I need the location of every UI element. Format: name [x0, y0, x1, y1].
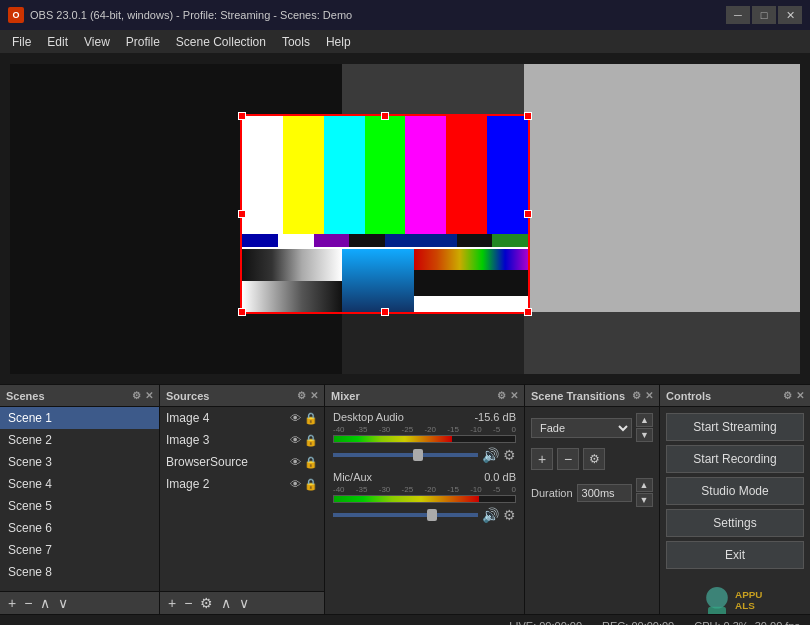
scene-item-5[interactable]: Scene 5 — [0, 495, 159, 517]
sources-down-button[interactable]: ∨ — [237, 595, 251, 611]
transition-add-remove-row: + − ⚙ — [531, 448, 653, 470]
transition-remove-button[interactable]: − — [557, 448, 579, 470]
transitions-config-icon[interactable]: ⚙ — [632, 390, 641, 401]
resize-handle-br[interactable] — [524, 308, 532, 316]
mixer-desktop-settings[interactable]: ⚙ — [503, 447, 516, 463]
mixer-desktop-mute[interactable]: 🔊 — [482, 447, 499, 463]
source-item-4[interactable]: Image 2👁🔒 — [160, 473, 324, 495]
settings-button[interactable]: Settings — [666, 509, 804, 537]
minimize-button[interactable]: ─ — [726, 6, 750, 24]
titlebar-title: OBS 23.0.1 (64-bit, windows) - Profile: … — [30, 9, 352, 21]
start-recording-button[interactable]: Start Recording — [666, 445, 804, 473]
controls-close-icon[interactable]: ✕ — [796, 390, 804, 401]
mixer-mic-bar[interactable] — [333, 495, 516, 503]
duration-spinner-down[interactable]: ▼ — [636, 493, 653, 507]
menu-item-scene-collection[interactable]: Scene Collection — [168, 33, 274, 51]
source-lock-icon-3[interactable]: 🔒 — [304, 456, 318, 469]
source-lock-icon-1[interactable]: 🔒 — [304, 412, 318, 425]
resize-handle-mr[interactable] — [524, 210, 532, 218]
resize-handle-tl[interactable] — [238, 112, 246, 120]
sources-add-button[interactable]: + — [166, 595, 178, 611]
sources-up-button[interactable]: ∧ — [219, 595, 233, 611]
titlebar-controls[interactable]: ─ □ ✕ — [726, 6, 802, 24]
menu-item-help[interactable]: Help — [318, 33, 359, 51]
source-eye-icon-4[interactable]: 👁 — [290, 478, 301, 491]
source-eye-icon-2[interactable]: 👁 — [290, 434, 301, 447]
mixer-close-icon[interactable]: ✕ — [510, 390, 518, 401]
exit-button[interactable]: Exit — [666, 541, 804, 569]
scenes-up-button[interactable]: ∧ — [38, 595, 52, 611]
mixer-mic-controls: 🔊 ⚙ — [333, 507, 516, 523]
mixer-mic-mute[interactable]: 🔊 — [482, 507, 499, 523]
menu-item-file[interactable]: File — [4, 33, 39, 51]
source-name-2: Image 3 — [166, 433, 209, 447]
scene-item-2[interactable]: Scene 2 — [0, 429, 159, 451]
menu-item-profile[interactable]: Profile — [118, 33, 168, 51]
scenes-config-icon[interactable]: ⚙ — [132, 390, 141, 401]
mixer-channel-mic: Mic/Aux 0.0 dB -40-35-30-25-20-15-10-50 … — [325, 467, 524, 527]
transition-duration-input[interactable] — [577, 484, 632, 502]
scene-item-6[interactable]: Scene 6 — [0, 517, 159, 539]
mixer-header-icons: ⚙ ✕ — [497, 390, 518, 401]
menu-item-edit[interactable]: Edit — [39, 33, 76, 51]
mixer-channels: Desktop Audio -15.6 dB -40-35-30-25-20-1… — [325, 407, 524, 614]
maximize-button[interactable]: □ — [752, 6, 776, 24]
source-icons-1: 👁🔒 — [290, 412, 318, 425]
source-lock-icon-2[interactable]: 🔒 — [304, 434, 318, 447]
transition-gear-button[interactable]: ⚙ — [583, 448, 605, 470]
start-streaming-button[interactable]: Start Streaming — [666, 413, 804, 441]
mixer-config-icon[interactable]: ⚙ — [497, 390, 506, 401]
sources-config-icon[interactable]: ⚙ — [297, 390, 306, 401]
transition-spinner-up[interactable]: ▲ — [636, 413, 653, 427]
resize-handle-tr[interactable] — [524, 112, 532, 120]
color-bar-white — [242, 116, 283, 234]
source-eye-icon-3[interactable]: 👁 — [290, 456, 301, 469]
sources-close-icon[interactable]: ✕ — [310, 390, 318, 401]
scenes-footer: + − ∧ ∨ — [0, 591, 159, 614]
transitions-close-icon[interactable]: ✕ — [645, 390, 653, 401]
menu-item-tools[interactable]: Tools — [274, 33, 318, 51]
scene-item-7[interactable]: Scene 7 — [0, 539, 159, 561]
scenes-add-button[interactable]: + — [6, 595, 18, 611]
source-item-1[interactable]: Image 4👁🔒 — [160, 407, 324, 429]
scenes-close-icon[interactable]: ✕ — [145, 390, 153, 401]
close-button[interactable]: ✕ — [778, 6, 802, 24]
mixer-desktop-fader[interactable] — [333, 453, 478, 457]
mixer-mic-settings[interactable]: ⚙ — [503, 507, 516, 523]
scenes-down-button[interactable]: ∨ — [56, 595, 70, 611]
color-bar-0000ff — [487, 116, 528, 234]
studio-mode-button[interactable]: Studio Mode — [666, 477, 804, 505]
source-name-1: Image 4 — [166, 411, 209, 425]
source-item-2[interactable]: Image 3👁🔒 — [160, 429, 324, 451]
sources-remove-button[interactable]: − — [182, 595, 194, 611]
transition-add-button[interactable]: + — [531, 448, 553, 470]
source-lock-icon-4[interactable]: 🔒 — [304, 478, 318, 491]
resize-handle-bm[interactable] — [381, 308, 389, 316]
sources-config-button[interactable]: ⚙ — [198, 595, 215, 611]
controls-config-icon[interactable]: ⚙ — [783, 390, 792, 401]
scenes-remove-button[interactable]: − — [22, 595, 34, 611]
color-bars-source[interactable] — [240, 114, 530, 314]
source-icons-4: 👁🔒 — [290, 478, 318, 491]
mixer-desktop-volume: -15.6 dB — [474, 411, 516, 423]
scene-item-3[interactable]: Scene 3 — [0, 451, 159, 473]
menu-item-view[interactable]: View — [76, 33, 118, 51]
duration-spinner-up[interactable]: ▲ — [636, 478, 653, 492]
resize-handle-bl[interactable] — [238, 308, 246, 316]
scene-item-1[interactable]: Scene 1 — [0, 407, 159, 429]
transition-duration-row: Duration ▲ ▼ — [531, 478, 653, 507]
mixer-desktop-bar[interactable] — [333, 435, 516, 443]
mixer-mic-ticks: -40-35-30-25-20-15-10-50 — [333, 485, 516, 494]
scene-item-8[interactable]: Scene 8 — [0, 561, 159, 583]
mixer-desktop-fill — [334, 436, 452, 442]
mixer-mic-fader[interactable] — [333, 513, 478, 517]
sources-header-icons: ⚙ ✕ — [297, 390, 318, 401]
source-item-3[interactable]: BrowserSource👁🔒 — [160, 451, 324, 473]
resize-handle-ml[interactable] — [238, 210, 246, 218]
transition-spinner-down[interactable]: ▼ — [636, 428, 653, 442]
transition-type-select[interactable]: Fade — [531, 418, 632, 438]
scene-item-4[interactable]: Scene 4 — [0, 473, 159, 495]
source-eye-icon-1[interactable]: 👁 — [290, 412, 301, 425]
resize-handle-tm[interactable] — [381, 112, 389, 120]
mixer-title: Mixer — [331, 390, 360, 402]
